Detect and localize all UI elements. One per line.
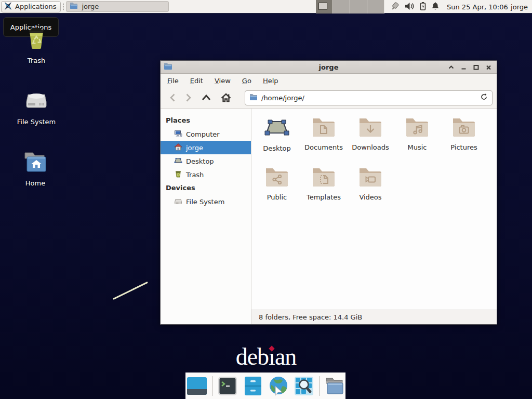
toolbar: /home/jorge/ xyxy=(161,87,497,109)
applications-menu-icon xyxy=(4,2,12,12)
path-folder-icon xyxy=(249,94,258,102)
reload-icon[interactable] xyxy=(480,93,488,102)
back-icon[interactable] xyxy=(169,93,176,102)
sidebar-item-label: Computer xyxy=(186,130,220,138)
taskbar-window-button[interactable]: jorge xyxy=(66,1,169,12)
folder-item-public[interactable]: Public xyxy=(254,167,300,217)
desktop-icon-trash[interactable]: Trash xyxy=(8,26,65,64)
maximize-icon[interactable] xyxy=(473,64,479,70)
sidebar-item-desktop[interactable]: Desktop xyxy=(161,154,251,168)
folder-item-pictures[interactable]: Pictures xyxy=(441,117,487,167)
bottom-dock xyxy=(185,373,345,399)
menubar: File Edit View Go Help xyxy=(161,74,497,87)
statusbar: 8 folders, Free space: 14.4 GiB xyxy=(251,310,497,324)
file-manager-window: jorge File Edit View Go Help xyxy=(160,60,497,325)
path-input[interactable]: /home/jorge/ xyxy=(261,94,476,102)
web-browser-icon[interactable] xyxy=(268,376,289,396)
workspace-2[interactable] xyxy=(333,0,350,14)
sidebar-item-trash[interactable]: Trash xyxy=(161,168,251,181)
sidebar-item-computer[interactable]: Computer xyxy=(161,127,251,141)
videos-folder-icon xyxy=(358,167,383,190)
sidebar-header-places: Places xyxy=(161,114,251,127)
menu-go[interactable]: Go xyxy=(242,77,251,85)
terminal-icon[interactable] xyxy=(217,376,238,396)
desktop-icon-label: File System xyxy=(17,118,56,126)
workspace-1[interactable] xyxy=(316,0,333,14)
folder-label: Downloads xyxy=(352,143,389,151)
applications-menu-button[interactable]: Applications xyxy=(1,1,61,12)
folder-view: Desktop Documents xyxy=(251,109,497,324)
battery-icon[interactable] xyxy=(419,2,427,12)
music-folder-icon xyxy=(405,117,430,140)
system-tray xyxy=(390,0,440,14)
application-finder-icon[interactable] xyxy=(294,376,314,396)
home-icon[interactable] xyxy=(220,92,232,103)
window-title: jorge xyxy=(161,63,497,71)
menu-help[interactable]: Help xyxy=(263,77,278,85)
up-icon[interactable] xyxy=(201,94,211,102)
workspace-3[interactable] xyxy=(350,0,367,14)
volume-icon[interactable] xyxy=(405,2,415,12)
workspace-switcher[interactable] xyxy=(316,0,384,14)
menu-view[interactable]: View xyxy=(215,77,231,85)
desktop-icon-home[interactable]: Home xyxy=(7,151,64,187)
directory-menu-icon[interactable] xyxy=(324,376,345,396)
trash-icon xyxy=(24,26,49,52)
folder-label: Pictures xyxy=(450,143,477,151)
location-bar[interactable]: /home/jorge/ xyxy=(245,90,493,105)
hard-drive-icon xyxy=(24,87,49,114)
forward-icon[interactable] xyxy=(185,93,192,102)
templates-folder-icon xyxy=(311,167,336,190)
shade-icon[interactable] xyxy=(448,64,454,70)
close-icon[interactable] xyxy=(486,64,491,70)
sidebar-item-jorge[interactable]: jorge xyxy=(161,141,251,154)
panel-username[interactable]: jorge xyxy=(511,0,528,14)
window-titlebar[interactable]: jorge xyxy=(161,61,497,74)
desktop-icon xyxy=(174,156,182,166)
folder-item-music[interactable]: Music xyxy=(394,117,441,167)
desktop-icon-file-system[interactable]: File System xyxy=(8,87,65,126)
trash-icon xyxy=(174,170,182,180)
menu-file[interactable]: File xyxy=(167,77,179,85)
sidebar-item-file-system[interactable]: File System xyxy=(161,195,251,208)
folder-item-templates[interactable]: Templates xyxy=(300,167,347,217)
menu-edit[interactable]: Edit xyxy=(190,77,203,85)
home-icon xyxy=(174,143,182,153)
stylus-icon[interactable] xyxy=(390,2,400,12)
folder-item-videos[interactable]: Videos xyxy=(347,167,394,217)
folder-label: Desktop xyxy=(263,144,291,152)
computer-icon xyxy=(174,129,182,139)
public-folder-icon xyxy=(264,167,289,190)
dock-separator xyxy=(319,376,320,396)
folder-item-desktop[interactable]: Desktop xyxy=(254,117,300,167)
sidebar: Places Computer xyxy=(161,109,251,324)
folder-item-downloads[interactable]: Downloads xyxy=(347,117,394,167)
show-desktop-icon[interactable] xyxy=(187,376,207,396)
documents-folder-icon xyxy=(311,117,336,140)
folder-label: Videos xyxy=(359,193,381,201)
workspace-4[interactable] xyxy=(367,0,384,14)
hard-drive-icon xyxy=(174,197,182,207)
debian-logo-i: ı xyxy=(269,343,275,370)
notifications-bell-icon[interactable] xyxy=(431,2,440,12)
sidebar-item-label: jorge xyxy=(186,144,203,152)
sidebar-header-devices: Devices xyxy=(161,181,251,195)
icon-grid[interactable]: Desktop Documents xyxy=(251,109,497,310)
panel-grip[interactable] xyxy=(62,3,65,11)
taskbar-window-label: jorge xyxy=(82,3,99,10)
file-manager-icon[interactable] xyxy=(243,376,263,396)
applications-menu-label: Applications xyxy=(15,3,56,10)
panel-clock[interactable]: Sun 25 Apr, 10:06 xyxy=(447,0,508,14)
folder-item-documents[interactable]: Documents xyxy=(300,117,347,167)
debian-logo-text: deb xyxy=(236,343,269,370)
statusbar-text: 8 folders, Free space: 14.4 GiB xyxy=(259,313,362,321)
minimize-icon[interactable] xyxy=(461,64,467,70)
sidebar-item-label: Trash xyxy=(186,171,204,179)
folder-label: Public xyxy=(267,193,287,201)
folder-label: Templates xyxy=(307,193,341,201)
top-panel: Applications jorge xyxy=(0,0,532,14)
downloads-folder-icon xyxy=(358,117,383,140)
folder-label: Music xyxy=(408,143,427,151)
home-folder-icon xyxy=(23,151,48,175)
folder-label: Documents xyxy=(304,143,343,151)
